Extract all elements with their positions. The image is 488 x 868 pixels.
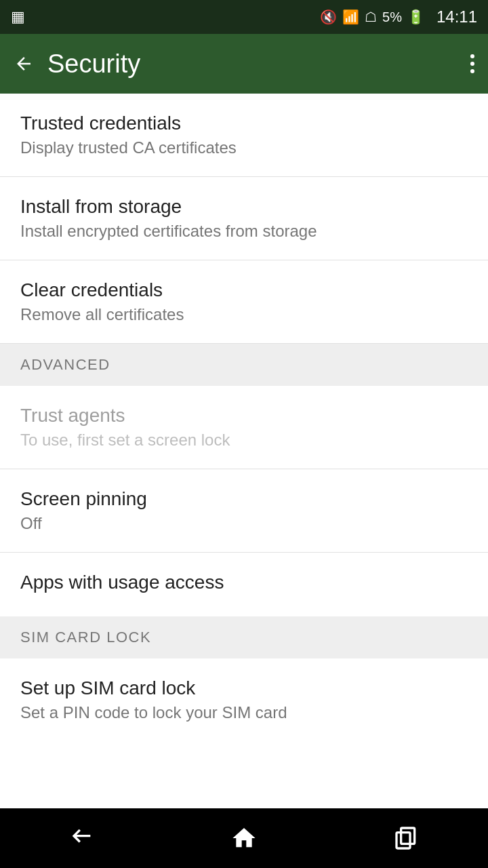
mute-icon: 🔇 (320, 9, 337, 25)
install-from-storage-item[interactable]: Install from storage Install encrypted c… (0, 177, 488, 260)
back-button[interactable] (14, 54, 34, 74)
nav-bar (0, 808, 488, 868)
trusted-credentials-subtitle: Display trusted CA certificates (20, 138, 468, 157)
sim-card-lock-title: Set up SIM card lock (20, 677, 468, 699)
settings-list: Trusted credentials Display trusted CA c… (0, 94, 488, 741)
battery-text: 5% (382, 9, 402, 25)
svg-rect-0 (396, 833, 410, 848)
status-time: 14:11 (436, 7, 477, 26)
sim-card-lock-item[interactable]: Set up SIM card lock Set a PIN code to l… (0, 658, 488, 741)
trust-agents-title: Trust agents (20, 405, 468, 427)
install-from-storage-subtitle: Install encrypted certificates from stor… (20, 222, 468, 241)
apps-usage-access-title: Apps with usage access (20, 572, 468, 593)
back-nav-button[interactable] (54, 811, 108, 865)
clear-credentials-item[interactable]: Clear credentials Remove all certificate… (0, 260, 488, 344)
wifi-icon: 📶 (342, 9, 359, 25)
settings-content: Trusted credentials Display trusted CA c… (0, 94, 488, 801)
trust-agents-subtitle: To use, first set a screen lock (20, 431, 468, 450)
sim-card-lock-subtitle: Set a PIN code to lock your SIM card (20, 703, 468, 722)
more-options-button[interactable] (470, 54, 474, 73)
recents-nav-button[interactable] (380, 811, 434, 865)
home-nav-button[interactable] (217, 811, 271, 865)
app-bar: Security (0, 34, 488, 94)
screen-pinning-subtitle: Off (20, 514, 468, 533)
trusted-credentials-title: Trusted credentials (20, 113, 468, 134)
screen-pinning-item[interactable]: Screen pinning Off (0, 469, 488, 553)
status-left-icon: ▦ (11, 8, 25, 26)
advanced-section-header: ADVANCED (0, 344, 488, 386)
trust-agents-item: Trust agents To use, first set a screen … (0, 386, 488, 469)
install-from-storage-title: Install from storage (20, 196, 468, 218)
status-bar: ▦ 🔇 📶 ☖ 5% 🔋 14:11 (0, 0, 488, 34)
apps-usage-access-item[interactable]: Apps with usage access (0, 553, 488, 616)
battery-icon: 🔋 (407, 9, 424, 25)
sim-card-lock-section-header: SIM CARD LOCK (0, 616, 488, 658)
page-title: Security (47, 50, 470, 79)
signal-icon: ☖ (365, 9, 377, 25)
clear-credentials-title: Clear credentials (20, 279, 468, 301)
clear-credentials-subtitle: Remove all certificates (20, 305, 468, 324)
svg-rect-1 (401, 828, 415, 844)
trusted-credentials-item[interactable]: Trusted credentials Display trusted CA c… (0, 94, 488, 177)
screen-pinning-title: Screen pinning (20, 488, 468, 510)
